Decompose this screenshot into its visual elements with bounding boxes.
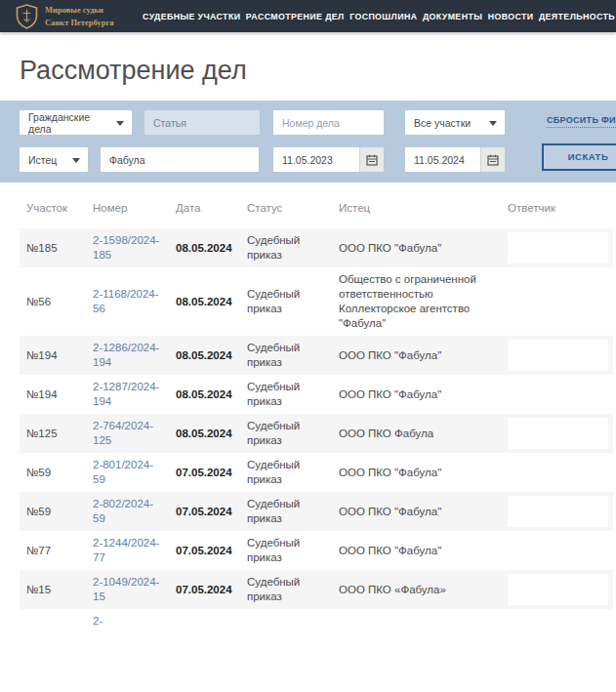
results-section: Участок Номер Дата Статус Истец Ответчик… bbox=[20, 194, 613, 633]
cell-otvetchik bbox=[508, 609, 613, 633]
cell-istets: ООО ПКО "Фабула" bbox=[339, 228, 508, 267]
respondent-redacted-box bbox=[508, 457, 608, 488]
cell-otvetchik bbox=[508, 531, 613, 570]
header-otvetchik: Ответчик bbox=[508, 194, 613, 228]
cell-status bbox=[247, 609, 339, 633]
respondent-redacted-box bbox=[508, 340, 608, 371]
nav-item-dokumenty[interactable]: ДОКУМЕНТЫ bbox=[423, 12, 482, 21]
nav-item-gosposhlina[interactable]: ГОСПОШЛИНА bbox=[349, 12, 417, 21]
district-select[interactable]: Все участки bbox=[405, 110, 505, 135]
table-row: 2- bbox=[20, 609, 613, 633]
page: Мировые судьи Санкт Петербурга СУДЕБНЫЕ … bbox=[0, 0, 616, 692]
cell-otvetchik bbox=[508, 414, 613, 453]
calendar-button[interactable] bbox=[480, 147, 505, 172]
nav-item-uchastki[interactable]: СУДЕБНЫЕ УЧАСТКИ bbox=[143, 12, 240, 21]
party-role-select[interactable]: Истец bbox=[20, 147, 88, 172]
brand-line-1: Мировые судьи bbox=[45, 4, 114, 16]
respondent-redacted-box bbox=[508, 613, 608, 630]
cell-number: 2-1244/2024-77 bbox=[93, 531, 176, 570]
brand[interactable]: Мировые судьи Санкт Петербурга bbox=[16, 4, 131, 29]
header-istets: Истец bbox=[339, 194, 508, 228]
cell-number: 2-1286/2024-194 bbox=[93, 336, 176, 375]
case-number-link[interactable]: 2-1049/2024-15 bbox=[93, 576, 159, 602]
district-value: Все участки bbox=[414, 117, 471, 129]
brand-text: Мировые судьи Санкт Петербурга bbox=[45, 4, 114, 28]
search-button[interactable]: ИСКАТЬ bbox=[542, 143, 616, 171]
case-number-link[interactable]: 2-1287/2024-194 bbox=[93, 381, 159, 407]
table-row: №592-801/2024-5907.05.2024Судебный прика… bbox=[20, 453, 613, 492]
cell-date: 07.05.2024 bbox=[176, 492, 247, 531]
case-type-value: Гражданские дела bbox=[28, 111, 114, 135]
nav-item-deyatelnost[interactable]: ДЕЯТЕЛЬНОСТЬ bbox=[539, 12, 615, 21]
table-row: №1942-1286/2024-19408.05.2024Судебный пр… bbox=[20, 336, 613, 375]
cell-status: Судебный приказ bbox=[247, 267, 339, 336]
cell-number: 2-1049/2024-15 bbox=[93, 570, 176, 609]
case-number-link[interactable]: 2- bbox=[93, 615, 103, 627]
cell-status: Судебный приказ bbox=[247, 492, 339, 531]
party-name-input[interactable] bbox=[101, 147, 259, 172]
calendar-icon bbox=[366, 154, 378, 166]
cell-number: 2-1287/2024-194 bbox=[93, 375, 176, 414]
cell-date: 08.05.2024 bbox=[176, 267, 247, 336]
cell-date: 08.05.2024 bbox=[176, 336, 247, 375]
main-nav: СУДЕБНЫЕ УЧАСТКИ РАССМОТРЕНИЕ ДЕЛ ГОСПОШ… bbox=[143, 12, 616, 21]
cell-status: Судебный приказ bbox=[247, 414, 339, 453]
nav-item-rassmotrenie[interactable]: РАССМОТРЕНИЕ ДЕЛ bbox=[246, 12, 345, 21]
case-number-link[interactable]: 2-1286/2024-194 bbox=[93, 342, 159, 368]
date-to-field bbox=[405, 147, 505, 172]
cell-otvetchik bbox=[508, 570, 613, 609]
cell-uchastok: №59 bbox=[20, 453, 93, 492]
chevron-down-icon bbox=[489, 121, 497, 126]
cell-istets: ООО ПКО Фабула bbox=[339, 414, 508, 453]
cell-number: 2-1168/2024-56 bbox=[93, 267, 176, 336]
table-row: №152-1049/2024-1507.05.2024Судебный прик… bbox=[20, 570, 613, 609]
case-number-link[interactable]: 2-802/2024-59 bbox=[93, 498, 153, 524]
article-input[interactable] bbox=[144, 110, 260, 135]
cell-date: 08.05.2024 bbox=[176, 228, 247, 267]
respondent-redacted-box bbox=[508, 496, 608, 527]
respondent-redacted-box bbox=[508, 535, 608, 566]
respondent-redacted-box bbox=[508, 232, 608, 264]
case-number-link[interactable]: 2-801/2024-59 bbox=[93, 459, 153, 485]
cell-otvetchik bbox=[508, 492, 613, 531]
chevron-down-icon bbox=[116, 121, 124, 126]
respondent-redacted-box bbox=[508, 574, 608, 605]
date-to-input[interactable] bbox=[405, 147, 480, 172]
cell-uchastok: №194 bbox=[20, 336, 93, 375]
respondent-redacted-box bbox=[508, 418, 608, 449]
calendar-button[interactable] bbox=[359, 147, 384, 172]
table-row: №562-1168/2024-5608.05.2024Судебный прик… bbox=[20, 267, 613, 336]
table-row: №592-802/2024-5907.05.2024Судебный прика… bbox=[20, 492, 613, 531]
cell-date: 08.05.2024 bbox=[176, 414, 247, 453]
reset-filters-button[interactable]: СБРОСИТЬ ФИЛЬТР bbox=[547, 115, 616, 128]
cell-status: Судебный приказ bbox=[247, 531, 339, 570]
cell-uchastok bbox=[20, 609, 93, 633]
cell-otvetchik bbox=[508, 453, 613, 492]
case-number-link[interactable]: 2-1168/2024-56 bbox=[93, 288, 159, 314]
cell-istets: ООО ПКО "Фабула" bbox=[339, 453, 508, 492]
cell-uchastok: №56 bbox=[20, 267, 93, 336]
case-number-link[interactable]: 2-1244/2024-77 bbox=[93, 537, 159, 563]
case-number-input[interactable] bbox=[273, 110, 384, 135]
cell-date: 07.05.2024 bbox=[176, 453, 247, 492]
cell-uchastok: №125 bbox=[20, 414, 93, 453]
party-role-value: Истец bbox=[28, 154, 57, 166]
cell-date bbox=[176, 609, 247, 633]
cell-number: 2-801/2024-59 bbox=[93, 453, 176, 492]
cell-otvetchik bbox=[508, 336, 613, 375]
respondent-redacted-box bbox=[508, 271, 608, 332]
cell-uchastok: №59 bbox=[20, 492, 93, 531]
cell-uchastok: №185 bbox=[20, 228, 93, 267]
cell-status: Судебный приказ bbox=[247, 375, 339, 414]
cell-istets: ООО ПКО "Фабула" bbox=[339, 531, 508, 570]
date-from-input[interactable] bbox=[273, 147, 359, 172]
case-number-link[interactable]: 2-1598/2024-185 bbox=[93, 234, 159, 261]
nav-item-novosti[interactable]: НОВОСТИ bbox=[488, 12, 534, 21]
case-number-link[interactable]: 2-764/2024-125 bbox=[93, 420, 153, 446]
case-type-select[interactable]: Гражданские дела bbox=[20, 110, 132, 135]
header-nomer: Номер bbox=[93, 194, 176, 228]
respondent-redacted-box bbox=[508, 379, 608, 410]
cell-otvetchik bbox=[508, 375, 613, 414]
header-uchastok: Участок bbox=[20, 194, 93, 228]
cell-status: Судебный приказ bbox=[247, 228, 339, 267]
